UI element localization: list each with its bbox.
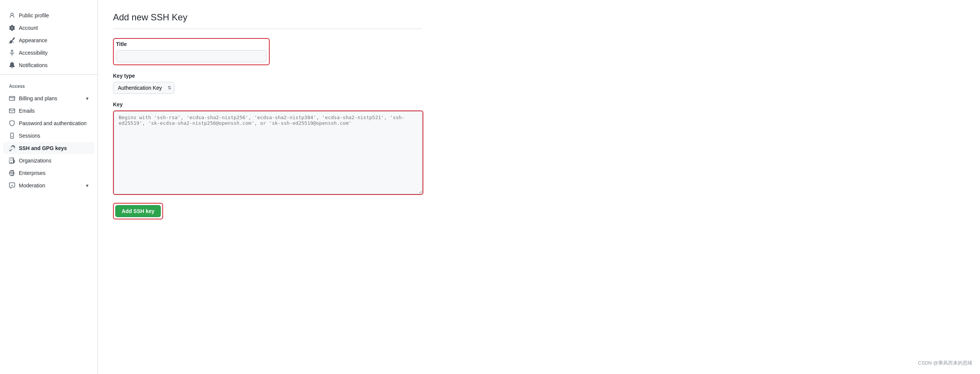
sidebar-item-label: Enterprises bbox=[19, 170, 46, 176]
title-input[interactable] bbox=[116, 50, 267, 62]
sidebar-item-password[interactable]: Password and authentication bbox=[3, 117, 94, 129]
sidebar-item-accessibility[interactable]: Accessibility bbox=[3, 47, 94, 59]
sidebar-item-notifications[interactable]: Notifications bbox=[3, 59, 94, 71]
key-type-select[interactable]: Authentication Key Signing Key bbox=[113, 82, 174, 94]
sidebar-item-label: Public profile bbox=[19, 13, 49, 19]
sidebar-item-label: Sessions bbox=[19, 133, 40, 139]
key-type-form-group: Key type Authentication Key Signing Key … bbox=[113, 73, 422, 94]
key-label: Key bbox=[113, 101, 422, 107]
sidebar-item-label: SSH and GPG keys bbox=[19, 145, 67, 151]
title-label: Title bbox=[116, 41, 267, 47]
sidebar-item-appearance[interactable]: Appearance bbox=[3, 34, 94, 46]
sidebar-item-label: Moderation bbox=[19, 182, 45, 189]
sidebar-item-organizations[interactable]: Organizations bbox=[3, 155, 94, 167]
key-form-group: Key bbox=[113, 101, 422, 195]
organization-icon bbox=[9, 158, 15, 164]
title-input-wrapper: Title bbox=[113, 38, 270, 65]
accessibility-icon bbox=[9, 50, 15, 56]
key-textarea-wrapper bbox=[113, 110, 423, 195]
device-mobile-icon bbox=[9, 133, 15, 139]
sidebar: Public profile Account Appearance Access… bbox=[0, 0, 98, 374]
sidebar-item-label: Organizations bbox=[19, 158, 51, 164]
globe-icon bbox=[9, 170, 15, 176]
add-ssh-key-button[interactable]: Add SSH key bbox=[115, 205, 161, 217]
chevron-down-icon-moderation: ▾ bbox=[86, 182, 89, 189]
credit-card-icon bbox=[9, 95, 15, 101]
sidebar-item-enterprises[interactable]: Enterprises bbox=[3, 167, 94, 179]
sidebar-item-label: Accessibility bbox=[19, 50, 48, 56]
paintbrush-icon bbox=[9, 37, 15, 43]
chevron-down-icon: ▾ bbox=[86, 95, 89, 101]
sidebar-item-label: Emails bbox=[19, 108, 35, 114]
key-textarea[interactable] bbox=[114, 111, 423, 194]
watermark: CSDN @乘风而来的思绪 bbox=[918, 360, 972, 366]
add-button-wrapper: Add SSH key bbox=[113, 203, 163, 219]
person-icon bbox=[9, 13, 15, 19]
key-type-select-wrapper: Authentication Key Signing Key ⇅ bbox=[113, 82, 174, 94]
sidebar-item-emails[interactable]: Emails bbox=[3, 105, 94, 117]
report-icon bbox=[9, 182, 15, 189]
bell-icon bbox=[9, 62, 15, 68]
sidebar-item-label: Billing and plans bbox=[19, 95, 57, 101]
sidebar-item-label: Appearance bbox=[19, 37, 48, 43]
sidebar-item-moderation[interactable]: Moderation ▾ bbox=[3, 179, 94, 192]
sidebar-item-label: Notifications bbox=[19, 62, 48, 68]
shield-icon bbox=[9, 120, 15, 126]
gear-icon bbox=[9, 25, 15, 31]
sidebar-item-ssh-gpg[interactable]: SSH and GPG keys bbox=[3, 142, 94, 154]
key-type-label: Key type bbox=[113, 73, 422, 79]
mail-icon bbox=[9, 108, 15, 114]
main-content: Add new SSH Key Title Key type Authentic… bbox=[98, 0, 437, 374]
sidebar-item-sessions[interactable]: Sessions bbox=[3, 130, 94, 142]
sidebar-divider bbox=[0, 74, 97, 75]
sidebar-item-label: Password and authentication bbox=[19, 120, 87, 126]
key-icon bbox=[9, 145, 15, 151]
access-section-label: Access bbox=[0, 78, 97, 92]
sidebar-item-label: Account bbox=[19, 25, 38, 31]
sidebar-item-account[interactable]: Account bbox=[3, 22, 94, 34]
sidebar-item-public-profile[interactable]: Public profile bbox=[3, 10, 94, 21]
sidebar-item-billing[interactable]: Billing and plans ▾ bbox=[3, 93, 94, 104]
page-title: Add new SSH Key bbox=[113, 12, 422, 29]
title-form-group: Title bbox=[113, 38, 422, 65]
